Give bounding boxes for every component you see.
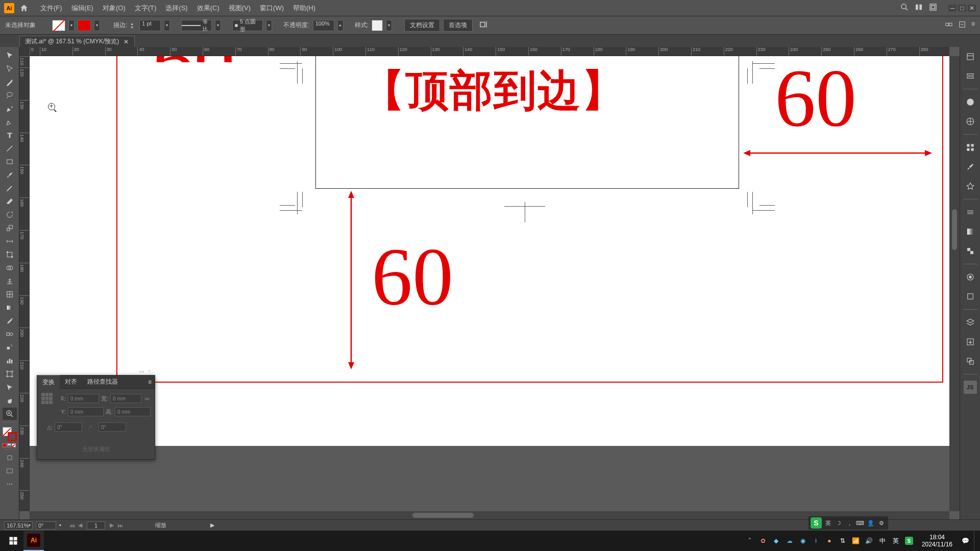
- stroke-weight-dropdown-icon[interactable]: ▾: [164, 20, 170, 31]
- eyedropper-tool[interactable]: [3, 315, 17, 327]
- menu-help[interactable]: 帮助(H): [288, 2, 320, 15]
- tray-app3-icon[interactable]: ◉: [798, 536, 807, 545]
- fill-stroke-indicator[interactable]: [3, 427, 17, 441]
- graphic-style-swatch[interactable]: [372, 20, 383, 31]
- home-icon[interactable]: [19, 4, 29, 13]
- arrange-icon[interactable]: [915, 3, 923, 13]
- direct-selection-tool[interactable]: [3, 63, 17, 75]
- stroke-dropdown-icon[interactable]: ▾: [94, 20, 100, 31]
- artboard-nav-last-icon[interactable]: ⏭: [116, 521, 124, 530]
- width-tool[interactable]: [3, 235, 17, 247]
- ruler-vertical[interactable]: 110 120 130 140 150 160 170 180 190 200 …: [19, 56, 30, 511]
- taskbar-clock[interactable]: 18:04 2024/11/16: [918, 534, 957, 548]
- brush-dropdown-icon[interactable]: ▾: [266, 20, 272, 31]
- ruler-origin[interactable]: [19, 47, 30, 56]
- menu-window[interactable]: 窗口(W): [255, 2, 288, 15]
- panel-color-guide-icon[interactable]: [964, 115, 977, 128]
- tray-network-icon[interactable]: ⇅: [838, 536, 847, 545]
- selection-tool[interactable]: [3, 49, 17, 62]
- paintbrush-tool[interactable]: [3, 169, 17, 181]
- stroke-weight-input[interactable]: 1 pt: [139, 20, 161, 31]
- panel-gradient-icon[interactable]: [964, 225, 977, 238]
- style-dropdown-icon[interactable]: ▾: [386, 20, 392, 31]
- panel-appearance-icon[interactable]: [964, 270, 977, 284]
- draw-normal-icon[interactable]: [3, 452, 17, 464]
- window-close-icon[interactable]: ✕: [968, 5, 976, 12]
- rotation-dropdown-icon[interactable]: ▾: [59, 523, 65, 528]
- ime-moon-icon[interactable]: ☽: [834, 518, 843, 528]
- stroke-profile-input[interactable]: 等比: [181, 20, 212, 31]
- perspective-grid-tool[interactable]: [3, 275, 17, 287]
- align-to-icon[interactable]: [479, 20, 488, 31]
- tray-wifi-icon[interactable]: 📶: [851, 536, 861, 545]
- panel-close-icon[interactable]: ✕: [146, 368, 153, 374]
- transform-panel-icon[interactable]: [945, 20, 953, 30]
- shape-builder-tool[interactable]: [3, 262, 17, 274]
- x-input[interactable]: 0 mm: [68, 394, 99, 403]
- canvas[interactable]: 外形自定义编辑： 【顶部到边】: [30, 56, 949, 511]
- app-logo-icon[interactable]: Ai: [4, 3, 14, 13]
- fill-dropdown-icon[interactable]: ▾: [68, 20, 75, 31]
- pencil-tool[interactable]: [3, 182, 17, 194]
- ime-keyboard-icon[interactable]: ⌨: [855, 518, 865, 528]
- transform-panel[interactable]: ◂◂ ✕ 变换 对齐 路径查找器 ≡ X: 0 mm 宽: 0 mm ⫘ Y:: [37, 375, 155, 460]
- menu-edit[interactable]: 编辑(E): [67, 2, 98, 15]
- artboard-number-input[interactable]: 1: [87, 521, 105, 530]
- canvas-area[interactable]: 0 10 20 30 40 50 60 70 80 90 100 110 120…: [19, 47, 960, 519]
- blend-tool[interactable]: [3, 328, 17, 340]
- panel-collapse-icon[interactable]: ◂◂: [138, 368, 144, 374]
- tray-app1-icon[interactable]: ✿: [758, 536, 768, 545]
- line-tool[interactable]: [3, 142, 17, 155]
- ime-settings-icon[interactable]: ⚙: [877, 518, 886, 528]
- opacity-input[interactable]: 100%: [313, 20, 334, 31]
- tray-ime-en-icon[interactable]: 英: [891, 536, 900, 545]
- tab-align[interactable]: 对齐: [60, 375, 82, 389]
- free-transform-tool[interactable]: [3, 248, 17, 261]
- panel-menu-icon[interactable]: ≡: [148, 379, 152, 386]
- eraser-tool[interactable]: [3, 195, 17, 208]
- brush-input[interactable]: 5 点圆形: [232, 20, 263, 31]
- menu-select[interactable]: 选择(S): [161, 2, 192, 15]
- ime-logo-icon[interactable]: S: [811, 517, 822, 529]
- isolation-icon[interactable]: [958, 20, 966, 30]
- search-icon[interactable]: [900, 3, 909, 13]
- color-mode-icons[interactable]: [3, 443, 17, 447]
- artboard-nav-prev-icon[interactable]: ◀: [77, 521, 84, 530]
- panel-swatches-icon[interactable]: [964, 141, 977, 154]
- tray-app4-icon[interactable]: ●: [825, 536, 834, 545]
- workspace-icon[interactable]: [929, 3, 937, 13]
- panel-menu-icon[interactable]: ≡: [971, 20, 975, 30]
- taskbar-illustrator-icon[interactable]: Ai: [23, 531, 44, 551]
- y-input[interactable]: 0 mm: [68, 407, 104, 416]
- tray-ime-zh-icon[interactable]: 中: [878, 536, 887, 545]
- panel-graphic-styles-icon[interactable]: [964, 290, 977, 303]
- artboard-nav-next-icon[interactable]: ▶: [108, 521, 115, 530]
- lasso-tool[interactable]: [3, 89, 17, 102]
- stroke-profile-dropdown-icon[interactable]: ▾: [215, 20, 221, 31]
- width-input[interactable]: 0 mm: [110, 394, 141, 403]
- tray-app2-icon[interactable]: ◆: [772, 536, 781, 545]
- stepper-icon[interactable]: ▲▼: [130, 22, 136, 29]
- shear-input[interactable]: 0°: [99, 422, 126, 432]
- ime-comma-icon[interactable]: ，: [845, 518, 854, 528]
- document-tab[interactable]: 测试.ai* @ 167.51 % (CMYK/预览) ✕: [19, 36, 135, 47]
- gradient-tool[interactable]: [3, 302, 17, 314]
- ime-lang-indicator[interactable]: 英: [823, 518, 832, 528]
- panel-properties-icon[interactable]: [964, 50, 977, 63]
- angle-input[interactable]: 0°: [55, 422, 82, 432]
- type-tool[interactable]: [3, 129, 17, 141]
- edit-toolbar-icon[interactable]: ⋯: [3, 478, 17, 490]
- panel-layers-icon[interactable]: [964, 316, 977, 329]
- scrollbar-vertical[interactable]: [949, 56, 960, 511]
- window-minimize-icon[interactable]: ─: [948, 5, 957, 12]
- document-setup-button[interactable]: 文档设置: [404, 19, 440, 32]
- opacity-arrow-icon[interactable]: ▸: [337, 20, 344, 31]
- tab-pathfinder[interactable]: 路径查找器: [82, 375, 123, 389]
- fill-swatch[interactable]: [52, 20, 65, 31]
- screen-mode-icon[interactable]: [3, 465, 17, 477]
- ruler-horizontal[interactable]: 0 10 20 30 40 50 60 70 80 90 100 110 120…: [30, 47, 949, 56]
- window-maximize-icon[interactable]: □: [958, 5, 966, 12]
- panel-asset-export-icon[interactable]: [964, 335, 977, 348]
- status-play-icon[interactable]: ▶: [210, 522, 214, 529]
- tab-transform[interactable]: 变换: [37, 375, 60, 389]
